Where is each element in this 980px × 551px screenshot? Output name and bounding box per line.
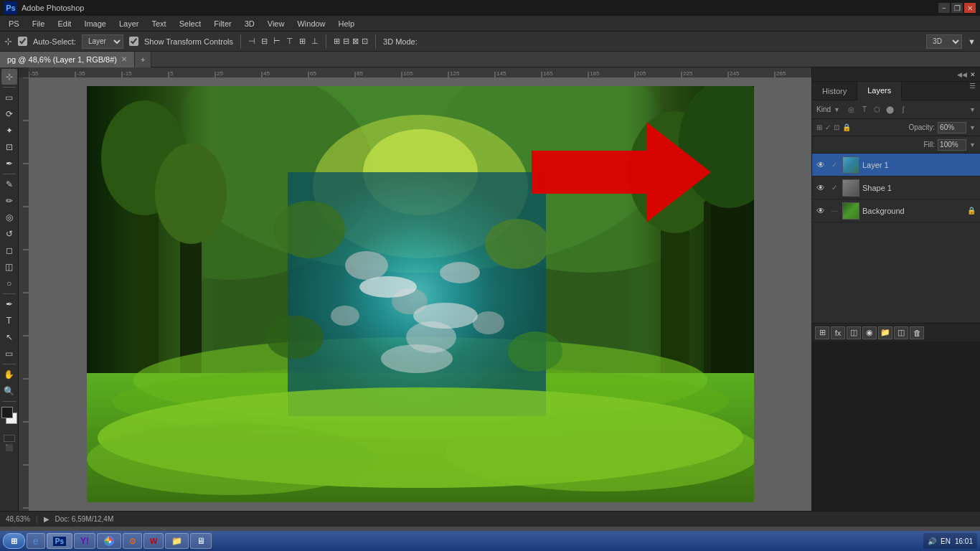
kind-smart-icon[interactable]: ⬤ xyxy=(885,104,896,116)
taskbar-app-yahoo[interactable]: Y! xyxy=(74,533,95,549)
layer-item-layer1[interactable]: 👁 ✓ Layer 1 xyxy=(812,154,980,176)
clone-tool[interactable]: ◎ xyxy=(1,209,17,225)
gradient-tool[interactable]: ◫ xyxy=(1,259,17,275)
align-left-icon: ⊣ xyxy=(248,37,255,46)
show-transform-label: Show Transform Controls xyxy=(144,37,233,46)
align-center-v-icon: ⊞ xyxy=(299,37,306,46)
spot-heal-tool[interactable]: ✎ xyxy=(1,176,17,192)
path-select-tool[interactable]: ↖ xyxy=(1,329,17,345)
layer-item-background[interactable]: 👁 — Background 🔒 xyxy=(812,199,980,222)
layer-style-button[interactable]: fx xyxy=(831,326,845,339)
pen-tool[interactable]: ✒ xyxy=(1,296,17,312)
bg-link-icon[interactable]: — xyxy=(829,206,839,216)
type-tool[interactable]: T xyxy=(1,313,17,329)
auto-select-checkbox[interactable] xyxy=(18,37,27,46)
screen-mode[interactable]: ⬛ xyxy=(5,444,13,451)
foreground-color[interactable] xyxy=(1,407,13,418)
taskbar-app-monitor[interactable]: 🖥 xyxy=(190,533,212,549)
shape1-visibility-icon[interactable]: 👁 xyxy=(815,182,826,194)
bg-visibility-icon[interactable]: 👁 xyxy=(815,205,826,217)
eyedropper-tool[interactable]: ✒ xyxy=(1,156,17,171)
menu-filter[interactable]: Filter xyxy=(208,18,237,29)
menu-3d[interactable]: 3D xyxy=(239,18,260,29)
menu-window[interactable]: Window xyxy=(291,18,331,29)
3d-dropdown[interactable]: 3D xyxy=(926,34,962,49)
minimize-button[interactable]: − xyxy=(938,3,950,13)
fill-input[interactable] xyxy=(938,139,966,151)
link-layers-button[interactable]: ⊞ xyxy=(815,326,829,339)
crop-tool[interactable]: ⊡ xyxy=(1,139,17,155)
menu-select[interactable]: Select xyxy=(174,18,207,29)
tab-document[interactable]: pg @ 48,6% (Layer 1, RGB/8#) ✕ xyxy=(0,52,135,67)
opacity-input[interactable] xyxy=(938,122,966,133)
restore-button[interactable]: ❐ xyxy=(951,3,963,13)
delete-layer-button[interactable]: 🗑 xyxy=(910,326,924,339)
svg-text:245: 245 xyxy=(730,70,740,77)
hand-tool[interactable]: ✋ xyxy=(1,367,17,382)
taskbar-app-ie[interactable]: e xyxy=(27,533,45,549)
marquee-tool[interactable]: ▭ xyxy=(1,90,17,105)
layer1-link-icon[interactable]: ✓ xyxy=(829,160,839,170)
opacity-row: ⊞ ✓ ⊡ 🔒 Opacity: ▼ xyxy=(812,119,980,136)
svg-point-70 xyxy=(440,262,480,283)
menu-edit[interactable]: Edit xyxy=(52,18,77,29)
start-button[interactable]: ⊞ xyxy=(3,533,25,549)
brush-tool[interactable]: ✏ xyxy=(1,193,17,209)
auto-select-dropdown[interactable]: Layer Group xyxy=(82,34,123,49)
panel-collapse-icon[interactable]: ◀◀ xyxy=(957,71,967,78)
bg-name: Background xyxy=(862,207,964,215)
svg-text:125: 125 xyxy=(450,70,460,77)
shape-tool[interactable]: ▭ xyxy=(1,346,17,362)
system-tray: 🔊 EN 16:01 xyxy=(923,533,977,549)
show-transform-checkbox[interactable] xyxy=(129,37,138,46)
kind-text-icon[interactable]: T xyxy=(859,104,870,116)
menu-image[interactable]: Image xyxy=(78,18,112,29)
fill-arrow[interactable]: ▼ xyxy=(969,141,976,149)
status-doc-size: Doc: 6,59M/12,4M xyxy=(55,515,114,523)
menu-file[interactable]: File xyxy=(27,18,51,29)
opacity-arrow[interactable]: ▼ xyxy=(969,124,976,131)
kind-pixel-icon[interactable]: ◎ xyxy=(846,104,857,116)
tab-close-icon[interactable]: ✕ xyxy=(121,55,127,63)
new-layer-button[interactable]: ◫ xyxy=(894,326,908,339)
move-tool[interactable]: ⊹ xyxy=(1,69,17,85)
close-button[interactable]: ✕ xyxy=(964,3,976,13)
panel-options-icon[interactable]: ☰ xyxy=(965,82,980,100)
expand-icon[interactable]: ▼ xyxy=(969,106,976,113)
adjustment-layer-button[interactable]: ◉ xyxy=(862,326,877,339)
menu-view[interactable]: View xyxy=(262,18,291,29)
taskbar-app-ps[interactable]: Ps xyxy=(47,533,72,549)
kind-adjust-icon[interactable]: ∫ xyxy=(897,104,909,116)
layer1-visibility-icon[interactable]: 👁 xyxy=(815,159,826,171)
taskbar-app-360[interactable]: ⊙ xyxy=(123,533,142,549)
quick-mask-mode[interactable] xyxy=(4,435,15,442)
menu-ps[interactable]: PS xyxy=(3,18,25,29)
taskbar-app-folder[interactable]: 📁 xyxy=(165,533,189,549)
taskbar-app-wps[interactable]: W xyxy=(143,533,164,549)
history-brush-tool[interactable]: ↺ xyxy=(1,226,17,242)
shape1-link-icon[interactable]: ✓ xyxy=(829,183,839,193)
tray-speaker-icon[interactable]: 🔊 xyxy=(928,537,936,545)
tab-layers[interactable]: Layers xyxy=(857,82,902,100)
menu-text[interactable]: Text xyxy=(146,18,172,29)
dodge-tool[interactable]: ○ xyxy=(1,276,17,291)
taskbar-app-chrome[interactable] xyxy=(97,533,121,549)
layer-mask-button[interactable]: ◫ xyxy=(847,326,861,339)
canvas-content[interactable] xyxy=(29,77,811,511)
panel-bottom-toolbar: ⊞ fx ◫ ◉ 📁 ◫ 🗑 xyxy=(812,323,980,342)
menu-help[interactable]: Help xyxy=(333,18,361,29)
tab-history[interactable]: History xyxy=(812,82,857,100)
window-controls[interactable]: − ❐ ✕ xyxy=(938,3,976,13)
history-tab-label: History xyxy=(822,87,847,95)
group-layers-button[interactable]: 📁 xyxy=(878,326,892,339)
layer-item-shape1[interactable]: 👁 ✓ Shape 1 xyxy=(812,176,980,199)
tab-new[interactable]: + xyxy=(135,52,151,67)
zoom-tool[interactable]: 🔍 xyxy=(1,383,17,399)
canvas-area[interactable]: -55 -35 -15 5 25 45 65 85 105 xyxy=(19,67,811,511)
quick-select-tool[interactable]: ✦ xyxy=(1,123,17,138)
panel-menu-icon[interactable]: ✕ xyxy=(970,71,976,78)
kind-shape-icon[interactable]: ⬡ xyxy=(872,104,883,116)
lasso-tool[interactable]: ⟳ xyxy=(1,106,17,122)
eraser-tool[interactable]: ◻ xyxy=(1,242,17,258)
menu-layer[interactable]: Layer xyxy=(113,18,145,29)
